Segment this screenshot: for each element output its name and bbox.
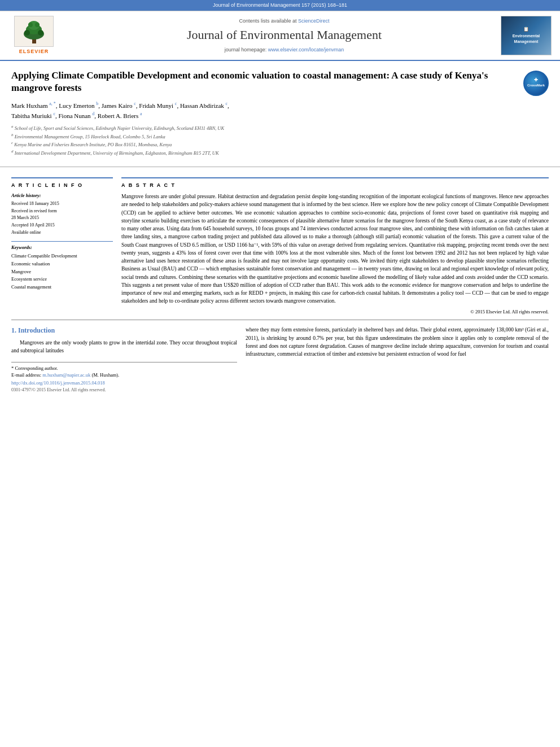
affiliations-block: a School of Life, Sport and Social Scien…: [11, 124, 549, 156]
abstract-section: A B S T R A C T Mangrove forests are und…: [121, 177, 549, 315]
introduction-section: 1. Introduction Mangroves are the only w…: [0, 320, 560, 393]
sciencedirect-label: Contents lists available at ScienceDirec…: [68, 18, 501, 25]
article-header-section: Applying Climate Compatible Development …: [0, 61, 560, 168]
intro-section-title: 1. Introduction: [11, 326, 237, 335]
journal-right-logo-text: 📋 EnvironmentalManagement: [510, 24, 542, 47]
intro-left-text: Mangroves are the only woody plants to g…: [11, 339, 237, 355]
journal-title: Journal of Environmental Management: [68, 27, 501, 44]
article-info-label: A R T I C L E I N F O: [11, 182, 113, 189]
journal-header: ELSEVIER Contents lists available at Sci…: [0, 11, 560, 61]
crossmark-badge[interactable]: ✚CrossMark: [523, 71, 549, 96]
svg-point-6: [38, 30, 43, 36]
crossmark-circle: ✚CrossMark: [523, 71, 549, 96]
article-history: Article history: Received 18 January 201…: [11, 193, 113, 237]
journal-homepage-link[interactable]: www.elsevier.com/locate/jenvman: [268, 47, 344, 53]
keyword-3: Mangrove: [11, 269, 113, 276]
revised-date: 28 March 2015: [11, 215, 113, 222]
available-online: Available online: [11, 229, 113, 237]
intro-right-paragraph: where they may form extensive forests, p…: [246, 326, 549, 358]
journal-right-logo: 📋 EnvironmentalManagement: [501, 16, 552, 55]
keyword-4: Ecosystem service: [11, 276, 113, 283]
journal-reference-bar: Journal of Environmental Management 157 …: [0, 0, 560, 11]
sciencedirect-link[interactable]: ScienceDirect: [298, 18, 330, 24]
journal-reference-text: Journal of Environmental Management 157 …: [213, 2, 347, 8]
doi-line: http://dx.doi.org/10.1016/j.jenvman.2015…: [11, 380, 237, 387]
left-column: A R T I C L E I N F O Article history: R…: [11, 177, 113, 315]
received-date: Received 18 January 2015: [11, 200, 113, 208]
history-label: Article history:: [11, 193, 113, 199]
accepted-date: Accepted 10 April 2015: [11, 222, 113, 229]
copyright-line: © 2015 Elsevier Ltd. All rights reserved…: [121, 309, 549, 316]
svg-point-8: [35, 23, 40, 27]
page: Journal of Environmental Management 157 …: [0, 0, 560, 747]
abstract-text: Mangrove forests are under global pressu…: [121, 193, 549, 305]
article-info-box: A R T I C L E I N F O Article history: R…: [11, 177, 113, 291]
corresponding-author-note: * Corresponding author.: [11, 365, 237, 372]
intro-left-col: 1. Introduction Mangroves are the only w…: [11, 326, 237, 393]
issn-line: 0301-4797/© 2015 Elsevier Ltd. All right…: [11, 387, 237, 393]
article-title-row: Applying Climate Compatible Development …: [11, 69, 549, 96]
journal-homepage: journal homepage: www.elsevier.com/locat…: [68, 46, 501, 54]
crossmark-text: ✚CrossMark: [527, 78, 545, 88]
email-link[interactable]: m.huxham@napier.ac.uk: [42, 372, 90, 378]
article-title: Applying Climate Compatible Development …: [11, 69, 518, 94]
svg-point-5: [24, 30, 30, 36]
intro-right-col: where they may form extensive forests, p…: [246, 326, 549, 393]
keywords-box: Keywords: Climate Compatible Development…: [11, 241, 113, 291]
footnote-area: * Corresponding author. E-mail address: …: [11, 362, 237, 394]
doi-link[interactable]: http://dx.doi.org/10.1016/j.jenvman.2015…: [11, 380, 105, 386]
elsevier-tree-icon: [16, 17, 53, 45]
intro-right-text: where they may form extensive forests, p…: [246, 326, 549, 358]
article-body-columns: A R T I C L E I N F O Article history: R…: [0, 173, 560, 320]
authors-line: Mark Huxham a, *, Lucy Emerton b, James …: [11, 101, 549, 121]
abstract-label: A B S T R A C T: [121, 182, 549, 189]
svg-point-7: [28, 23, 33, 27]
received-revised-label: Received in revised form: [11, 208, 113, 215]
elsevier-brand-text: ELSEVIER: [19, 48, 49, 55]
right-column: A B S T R A C T Mangrove forests are und…: [121, 177, 549, 315]
email-note: E-mail address: m.huxham@napier.ac.uk (M…: [11, 372, 237, 379]
keyword-5: Coastal management: [11, 284, 113, 291]
intro-left-paragraph: Mangroves are the only woody plants to g…: [11, 339, 237, 355]
keyword-2: Economic valuation: [11, 261, 113, 268]
elsevier-logo: ELSEVIER: [8, 16, 59, 55]
journal-center-header: Contents lists available at ScienceDirec…: [68, 18, 501, 54]
keywords-label: Keywords:: [11, 244, 113, 251]
keyword-1: Climate Compatible Development: [11, 253, 113, 260]
